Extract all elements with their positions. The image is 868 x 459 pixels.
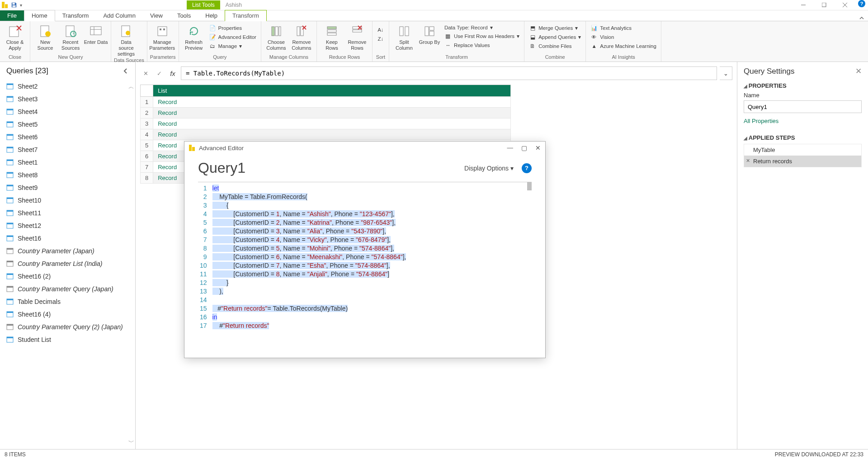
dialog-help-icon[interactable]: ? xyxy=(522,163,532,173)
query-item[interactable]: Student List xyxy=(0,333,135,346)
editor-scrollbar[interactable] xyxy=(527,182,532,190)
list-column-header[interactable]: List xyxy=(153,85,511,97)
data-source-settings-button[interactable]: Data source settings xyxy=(114,22,138,57)
query-item[interactable]: Sheet11 xyxy=(0,207,135,219)
ribbon-collapse-button[interactable] xyxy=(855,15,868,21)
row-number[interactable]: 6 xyxy=(141,151,153,162)
query-item[interactable]: Country Parameter List (India) xyxy=(0,257,135,270)
choose-columns-button[interactable]: Choose Columns xyxy=(264,22,288,51)
row-number[interactable]: 4 xyxy=(141,129,153,140)
tab-home[interactable]: Home xyxy=(24,10,55,21)
record-cell[interactable]: Record xyxy=(153,97,511,108)
query-item[interactable]: Sheet6 xyxy=(0,131,135,143)
replace-values-button[interactable]: ↔Replace Values xyxy=(443,41,521,49)
formula-accept-button[interactable]: ✓ xyxy=(154,68,165,79)
query-item[interactable]: Sheet1 xyxy=(0,156,135,169)
query-settings-close-button[interactable]: ✕ xyxy=(855,66,862,76)
code-line[interactable]: [CustomerID = 5, Name = "Mohini", Phone … xyxy=(212,244,530,253)
recent-sources-button[interactable]: Recent Sources xyxy=(58,22,83,51)
code-area[interactable]: let MyTable = Table.FromRecords( { [Cust… xyxy=(211,182,532,358)
code-line[interactable]: #"Return records" xyxy=(212,322,530,330)
row-number[interactable]: 1 xyxy=(141,97,153,108)
data-type-button[interactable]: Data Type: Record ▾ xyxy=(443,24,521,31)
query-item[interactable]: Table Decimals xyxy=(0,295,135,308)
fx-icon[interactable]: fx xyxy=(167,68,178,79)
applied-steps-list[interactable]: MyTableReturn records xyxy=(744,144,862,167)
all-properties-link[interactable]: All Properties xyxy=(744,118,862,124)
group-by-button[interactable]: Group By xyxy=(417,22,442,45)
code-line[interactable]: } xyxy=(212,279,530,287)
query-item[interactable]: Sheet16 (4) xyxy=(0,308,135,321)
code-line[interactable]: [CustomerID = 3, Name = "Alia", Phone = … xyxy=(212,227,530,236)
merge-queries-button[interactable]: ⬒Merge Queries ▾ xyxy=(527,24,583,32)
row-number[interactable]: 7 xyxy=(141,162,153,173)
query-name-input[interactable] xyxy=(744,100,862,113)
enter-data-button[interactable]: Enter Data xyxy=(84,22,108,45)
queries-list[interactable]: ︿ ﹀ Sheet2Sheet3Sheet4Sheet5Sheet6Sheet7… xyxy=(0,80,135,449)
new-source-button[interactable]: New Source xyxy=(33,22,57,51)
row-number[interactable]: 8 xyxy=(141,173,153,184)
qat-dropdown-icon[interactable]: ▾ xyxy=(20,3,22,8)
query-item[interactable]: Sheet16 (2) xyxy=(0,270,135,283)
append-queries-button[interactable]: ⬓Append Queries ▾ xyxy=(527,33,583,41)
advanced-editor-button[interactable]: 📝Advanced Editor xyxy=(207,33,258,41)
queries-collapse-button[interactable] xyxy=(123,68,129,74)
formula-input[interactable] xyxy=(181,66,717,80)
row-number[interactable]: 2 xyxy=(141,108,153,118)
row-number[interactable]: 5 xyxy=(141,140,153,151)
tab-tools[interactable]: Tools xyxy=(170,10,198,21)
dialog-maximize-button[interactable]: ▢ xyxy=(521,144,527,151)
query-item[interactable]: Country Parameter (Japan) xyxy=(0,245,135,257)
query-item[interactable]: Sheet5 xyxy=(0,118,135,131)
query-item[interactable]: Sheet10 xyxy=(0,194,135,207)
code-line[interactable]: [CustomerID = 8, Name = "Anjali", Phone … xyxy=(212,270,530,279)
tab-transform[interactable]: Transform xyxy=(55,10,96,21)
formula-expand-button[interactable]: ⌄ xyxy=(720,66,732,80)
query-item[interactable]: Sheet7 xyxy=(0,143,135,156)
dialog-minimize-button[interactable]: — xyxy=(507,144,514,151)
close-apply-button[interactable]: Close & Apply xyxy=(3,22,27,51)
query-item[interactable]: Sheet2 xyxy=(0,80,135,93)
code-editor[interactable]: 1234567891011121314151617 let MyTable = … xyxy=(198,182,532,358)
tab-view[interactable]: View xyxy=(143,10,170,21)
code-line[interactable]: [CustomerID = 2, Name = "Katrina", Phone… xyxy=(212,218,530,227)
record-cell[interactable]: Record xyxy=(153,108,511,118)
query-item[interactable]: Sheet12 xyxy=(0,219,135,232)
code-line[interactable]: [CustomerID = 4, Name = "Vicky", Phone =… xyxy=(212,236,530,244)
query-item[interactable]: Country Parameter Query (2) (Japan) xyxy=(0,321,135,333)
applied-step[interactable]: Return records xyxy=(744,156,861,167)
tab-help[interactable]: Help xyxy=(198,10,225,21)
query-item[interactable]: Sheet16 xyxy=(0,232,135,245)
query-item[interactable]: Sheet8 xyxy=(0,169,135,181)
azure-ml-button[interactable]: ▲Azure Machine Learning xyxy=(589,42,658,50)
text-analytics-button[interactable]: 📊Text Analytics xyxy=(589,24,658,32)
formula-cancel-button[interactable]: ✕ xyxy=(140,68,151,79)
applied-step[interactable]: MyTable xyxy=(744,144,861,156)
save-icon[interactable] xyxy=(11,2,17,8)
manage-button[interactable]: 🗂Manage ▾ xyxy=(207,42,258,50)
first-row-headers-button[interactable]: ▦Use First Row as Headers ▾ xyxy=(443,32,521,40)
close-button[interactable] xyxy=(835,0,855,10)
split-column-button[interactable]: Split Column xyxy=(392,22,416,51)
query-item[interactable]: Sheet3 xyxy=(0,93,135,105)
row-number[interactable]: 3 xyxy=(141,118,153,129)
dialog-close-button[interactable]: ✕ xyxy=(535,144,541,151)
code-line[interactable]: MyTable = Table.FromRecords( xyxy=(212,193,530,201)
context-tab-list-tools[interactable]: List Tools xyxy=(187,0,220,9)
help-icon[interactable]: ? xyxy=(858,0,865,7)
properties-section-header[interactable]: PROPERTIES xyxy=(744,82,862,89)
maximize-button[interactable] xyxy=(814,0,835,10)
code-line[interactable]: [CustomerID = 6, Name = "Meenakshi", Pho… xyxy=(212,253,530,261)
code-line[interactable]: [CustomerID = 1, Name = "Ashish", Phone … xyxy=(212,210,530,218)
query-item[interactable]: Sheet4 xyxy=(0,105,135,118)
code-line[interactable]: [CustomerID = 7, Name = "Esha", Phone = … xyxy=(212,261,530,270)
remove-rows-button[interactable]: Remove Rows xyxy=(345,22,369,51)
tab-add-column[interactable]: Add Column xyxy=(96,10,143,21)
manage-parameters-button[interactable]: Manage Parameters xyxy=(150,22,175,51)
keep-rows-button[interactable]: Keep Rows xyxy=(320,22,344,51)
sort-asc-button[interactable]: A↓ xyxy=(375,26,386,34)
minimize-button[interactable] xyxy=(793,0,814,10)
code-line[interactable]: let xyxy=(212,184,530,193)
code-line[interactable] xyxy=(212,296,530,304)
query-item[interactable]: Country Parameter Query (Japan) xyxy=(0,283,135,295)
